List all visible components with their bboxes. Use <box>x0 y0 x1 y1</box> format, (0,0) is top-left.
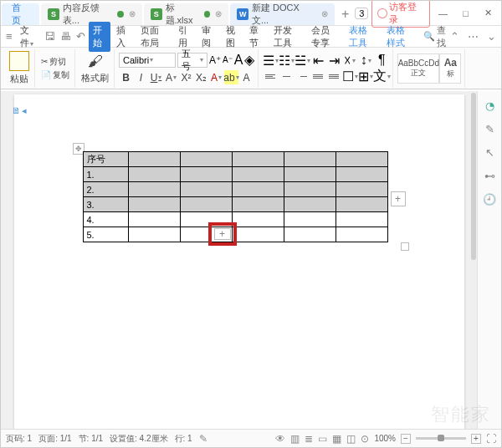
menu-review[interactable]: 审阅 <box>197 22 219 52</box>
collapse-ribbon-icon[interactable]: ⌃ <box>448 30 461 43</box>
format-painter-button[interactable]: 🖌 格式刷 <box>79 52 110 85</box>
table-resize-handle[interactable] <box>401 242 409 251</box>
tab-marker-button[interactable]: ¶ <box>374 53 389 67</box>
menu-icon[interactable]: ≡ <box>4 30 14 43</box>
table-cell[interactable] <box>128 227 180 242</box>
table-cell[interactable] <box>128 212 180 227</box>
menu-section[interactable]: 章节 <box>245 22 267 52</box>
strikethrough-button[interactable]: A▾ <box>164 70 178 84</box>
save-icon[interactable]: 🖫 <box>43 30 57 43</box>
table-cell[interactable] <box>128 152 180 167</box>
comment-marker-icon[interactable]: 🗎 <box>12 105 27 116</box>
print-layout-icon[interactable]: ▭ <box>318 433 327 445</box>
close-icon[interactable]: ⊗ <box>321 9 328 18</box>
table-cell[interactable]: 2. <box>83 182 128 197</box>
undo-icon[interactable]: ↶ <box>74 30 87 43</box>
char-scale-button[interactable]: ☓▾ <box>342 53 357 67</box>
search-box[interactable]: 🔍查找 <box>423 24 447 49</box>
bold-button[interactable]: B <box>119 70 133 84</box>
copy-button[interactable]: 📄复制 <box>39 69 71 82</box>
font-size-select[interactable]: 五号▾ <box>177 53 207 68</box>
table-cell[interactable] <box>336 197 387 212</box>
table-cell[interactable] <box>180 152 232 167</box>
zoom-in-button[interactable]: + <box>471 434 481 444</box>
highlight-button[interactable]: ab▾ <box>224 70 238 84</box>
menu-start[interactable]: 开始 <box>89 22 110 52</box>
table-cell[interactable] <box>336 152 387 167</box>
page[interactable]: ✥ 序号 1. 2. 3. 4. 5. + + <box>14 94 464 429</box>
table-cell[interactable] <box>284 152 336 167</box>
table-cell[interactable]: 1. <box>83 167 128 182</box>
table-cell[interactable]: 3. <box>83 197 128 212</box>
italic-button[interactable]: I <box>134 70 148 84</box>
decrease-indent-button[interactable]: ⇤ <box>310 53 325 67</box>
assistant-icon[interactable]: ◔ <box>482 98 497 113</box>
outline-icon[interactable]: ≣ <box>305 433 313 445</box>
zoom-out-button[interactable]: − <box>401 434 411 444</box>
minimize-button[interactable]: — <box>433 5 453 22</box>
table-cell[interactable] <box>336 182 387 197</box>
maximize-button[interactable]: □ <box>456 5 475 22</box>
style-heading[interactable]: Aa 标 <box>439 53 461 84</box>
align-left-button[interactable] <box>263 69 278 83</box>
menu-member[interactable]: 会员专享 <box>307 22 343 52</box>
borders-button[interactable]: ⊞▾ <box>358 69 373 83</box>
file-menu[interactable]: 文件▾ <box>16 22 41 52</box>
vertical-scrollbar[interactable] <box>470 91 477 429</box>
table-cell[interactable] <box>180 167 232 182</box>
add-row-button[interactable]: + <box>214 228 231 240</box>
more-icon[interactable]: ⋯ <box>466 30 480 43</box>
table-cell[interactable] <box>284 197 336 212</box>
eye-icon[interactable]: 👁 <box>275 433 285 445</box>
paste-button[interactable]: 粘贴 <box>8 50 31 86</box>
font-family-select[interactable]: Calibri▾ <box>119 53 176 68</box>
text-direction-button[interactable]: 文▾ <box>374 69 389 83</box>
numbering-button[interactable]: ☷▾ <box>279 53 294 67</box>
table-cell[interactable] <box>128 197 180 212</box>
table-cell[interactable]: 4. <box>83 212 128 227</box>
distribute-button[interactable] <box>326 69 341 83</box>
table-cell[interactable] <box>128 167 180 182</box>
close-icon[interactable]: ⊗ <box>215 9 222 18</box>
font-color-button[interactable]: A▾ <box>209 70 223 84</box>
subscript-button[interactable]: X₂ <box>194 70 208 84</box>
table-cell[interactable] <box>180 182 232 197</box>
table-cell[interactable] <box>336 212 387 227</box>
menu-dev-tools[interactable]: 开发工具 <box>269 22 305 52</box>
increase-indent-button[interactable]: ⇥ <box>326 53 341 67</box>
shrink-font-button[interactable]: A⁻ <box>223 55 233 64</box>
scrollbar-thumb[interactable] <box>471 93 476 260</box>
grow-font-button[interactable]: A⁺ <box>209 54 221 66</box>
underline-button[interactable]: U▾ <box>149 70 163 84</box>
menu-view[interactable]: 视图 <box>222 22 243 52</box>
style-normal[interactable]: AaBbCcDd 正文 <box>397 53 439 84</box>
superscript-button[interactable]: X² <box>179 70 193 84</box>
table-cell[interactable] <box>336 167 387 182</box>
line-spacing-button[interactable]: ↕▾ <box>358 53 373 67</box>
table-cell[interactable] <box>232 212 284 227</box>
menu-table-style[interactable]: 表格样式 <box>382 22 418 52</box>
table-cell[interactable] <box>284 167 336 182</box>
align-center-button[interactable] <box>279 69 294 83</box>
table-cell[interactable] <box>232 197 284 212</box>
table-cell[interactable] <box>232 152 284 167</box>
zoom-thumb[interactable] <box>438 435 444 441</box>
notification-count[interactable]: 3 <box>355 8 368 19</box>
menu-table-tools[interactable]: 表格工具 <box>345 22 381 52</box>
cut-button[interactable]: ✂剪切 <box>39 55 68 69</box>
table-cell[interactable] <box>232 167 284 182</box>
table-cell[interactable] <box>232 227 284 242</box>
zoom-fit-icon[interactable]: ⊙ <box>361 433 369 445</box>
shading-button[interactable]: ☐▾ <box>342 69 357 83</box>
multilevel-button[interactable]: ☱▾ <box>295 53 310 67</box>
table-cell[interactable]: 序号 <box>83 152 128 167</box>
fullscreen-icon[interactable]: ⛶ <box>486 433 496 445</box>
menu-insert[interactable]: 插入 <box>112 22 134 52</box>
spellcheck-icon[interactable]: ✎ <box>199 433 207 445</box>
table-cell[interactable]: 5. <box>83 227 128 242</box>
table-cell[interactable] <box>284 212 336 227</box>
change-case-button[interactable]: A <box>234 53 243 68</box>
table-cell[interactable] <box>284 182 336 197</box>
add-column-button[interactable]: + <box>391 191 406 206</box>
justify-button[interactable] <box>310 69 325 83</box>
